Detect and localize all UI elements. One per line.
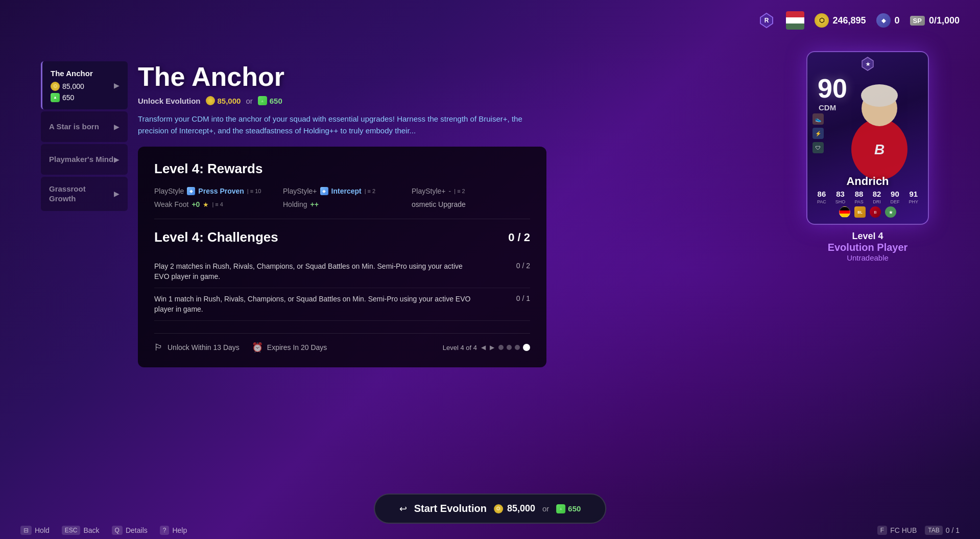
upgrade-icons: 👟 ⚡ 🛡 (812, 113, 824, 153)
reward-intercept: PlayStyle+ ◆ Intercept | ≡ 2 (283, 187, 401, 195)
cost-coins-value: 85,000 (218, 97, 241, 105)
sidebar-arrow-star: ▶ (114, 123, 119, 131)
nav-prev-icon[interactable]: ◀ (481, 344, 486, 351)
stat-def: 90 DEF (890, 190, 899, 204)
evo-badge: ★ (885, 206, 896, 218)
club-badge: B (870, 206, 881, 218)
stat-lbl-pac: PAC (817, 199, 826, 204)
stat-val-dri: 82 (873, 190, 881, 198)
country-flag-de (839, 206, 850, 218)
reward-value-0: Press Proven (198, 187, 244, 195)
nav-next-icon[interactable]: ▶ (490, 344, 494, 351)
reward-pip-2: | ≡ 2 (454, 188, 465, 194)
svg-text:★: ★ (866, 61, 871, 67)
evolution-player-label: Evolution Player (828, 242, 908, 253)
stat-sho: 83 SHO (835, 190, 846, 204)
expires-text: Expires In 20 Days (267, 343, 327, 351)
sidebar-item-a-star[interactable]: A Star is born ▶ (41, 111, 128, 142)
sidebar-arrow-grassroot: ▶ (114, 190, 119, 198)
reward-label-0: PlayStyle (154, 187, 184, 195)
reward-playstyle-plus: PlayStyle+ - | ≡ 2 (412, 187, 530, 195)
evolution-title: The Anchor (138, 61, 766, 92)
reward-label-2: PlayStyle+ (412, 187, 446, 195)
stat-lbl-dri: DRI (873, 199, 881, 204)
hold-key: ⊟ (20, 526, 32, 535)
back-button[interactable]: ESC Back (62, 526, 100, 535)
upgrade-icon-1: 👟 (812, 113, 824, 125)
level-4-text: Level 4 (828, 231, 908, 242)
stat-val-phy: 91 (909, 190, 918, 198)
details-key: Q (112, 526, 123, 535)
reward-value-5: osmetic Upgrade (412, 200, 466, 208)
player-card-wrapper: ★ 90 CDM 👟 ⚡ 🛡 (806, 51, 929, 225)
card-flags-row: BL B ★ (807, 206, 928, 218)
reward-cosmetic: osmetic Upgrade (412, 200, 530, 208)
dot-1 (498, 345, 504, 350)
reward-press-proven: PlayStyle ◆ Press Proven | ≡ 10 (154, 187, 273, 195)
sidebar-item-playmakers[interactable]: Playmaker's Mind ▶ (41, 144, 128, 175)
start-evolution-button[interactable]: ↩ Start Evolution ⬡ 85,000 or ▲ 650 (374, 494, 607, 524)
stat-lbl-phy: PHY (909, 199, 918, 204)
challenge-progress: 0 / 2 (508, 231, 530, 244)
cost-pts-icon: ▲ (258, 96, 267, 105)
stat-lbl-pas: PAS (854, 199, 863, 204)
sidebar-item-the-anchor[interactable]: The Anchor ⬡ 85,000 ▲ 650 ▶ (41, 61, 128, 109)
cta-pts-cost: ▲ 650 (556, 504, 581, 513)
rivals-icon: R (757, 11, 776, 30)
star-icon-3: ★ (203, 201, 209, 208)
reward-label-1: PlayStyle+ (283, 187, 317, 195)
cost-pts-badge: ▲ 650 (258, 96, 282, 105)
small-coin-icon: ⬡ (51, 82, 60, 91)
reward-label-3: Weak Foot (154, 200, 188, 208)
sp-value: 0/1,000 (929, 15, 960, 26)
expires-badge: ⏰ Expires In 20 Days (252, 342, 327, 353)
or-label: or (246, 97, 252, 105)
reward-value-1: Intercept (331, 187, 362, 195)
challenges-title: Level 4: Challenges (154, 229, 278, 245)
description-text: Transform your CDM into the anchor of yo… (138, 113, 536, 136)
expires-icon: ⏰ (252, 342, 263, 353)
sp-nav-value: 0 / 1 (946, 526, 960, 534)
stat-pas: 88 PAS (854, 190, 863, 204)
cta-arrow-icon: ↩ (399, 503, 407, 514)
anchor-cost-coins: ⬡ 85,000 (51, 82, 93, 91)
fc-hub-key: F (877, 526, 887, 535)
stat-val-sho: 83 (836, 190, 845, 198)
reward-value-3: +0 (192, 200, 200, 208)
details-button[interactable]: Q Details (112, 526, 148, 535)
sidebar-item-label-grassroot: Grassroot Growth (49, 184, 114, 204)
level-dots (498, 344, 530, 351)
reward-value-4: ++ (310, 200, 318, 208)
coin-icon: ⬡ (815, 13, 829, 28)
sidebar-arrow-playmakers: ▶ (114, 155, 119, 163)
upgrade-icon-2: ⚡ (812, 128, 824, 139)
rewards-title: Level 4: Rewards (154, 161, 530, 177)
sp-display: SP 0/1,000 (910, 15, 960, 26)
card-level-label: Level 4 Evolution Player Untradeable (828, 231, 908, 262)
hold-button[interactable]: ⊟ Hold (20, 526, 50, 535)
bottom-nav: ⊟ Hold ESC Back Q Details ? Help F FC HU… (0, 526, 980, 535)
reward-holding: Holding ++ (283, 200, 401, 208)
cost-pts-value: 650 (270, 97, 282, 105)
svg-text:R: R (764, 17, 769, 24)
unlock-timer-icon: 🏳 (154, 342, 163, 353)
cta-pts-value: 650 (568, 504, 581, 513)
small-pts-icon: ▲ (51, 93, 60, 102)
stat-lbl-def: DEF (890, 199, 899, 204)
help-button[interactable]: ? Help (160, 526, 187, 535)
sidebar-item-grassroot[interactable]: Grassroot Growth ▶ (41, 177, 128, 211)
unlock-label: Unlock Evolution (138, 97, 201, 105)
svg-point-6 (861, 84, 898, 107)
tab-sp-button[interactable]: TAB 0 / 1 (925, 526, 960, 535)
fc-points-display: ◆ 0 (876, 13, 900, 28)
coins-value: 246,895 (833, 15, 866, 26)
challenge-count-1: 0 / 1 (516, 294, 530, 302)
reward-pip-3: | ≡ 4 (212, 201, 223, 207)
cta-coin-cost: ⬡ 85,000 (494, 503, 535, 514)
country-flag (786, 11, 804, 30)
stat-lbl-sho: SHO (835, 199, 846, 204)
help-label: Help (172, 526, 187, 534)
fc-hub-button[interactable]: F FC HUB (877, 526, 917, 535)
cta-coin-icon: ⬡ (494, 504, 503, 513)
back-key: ESC (62, 526, 81, 535)
